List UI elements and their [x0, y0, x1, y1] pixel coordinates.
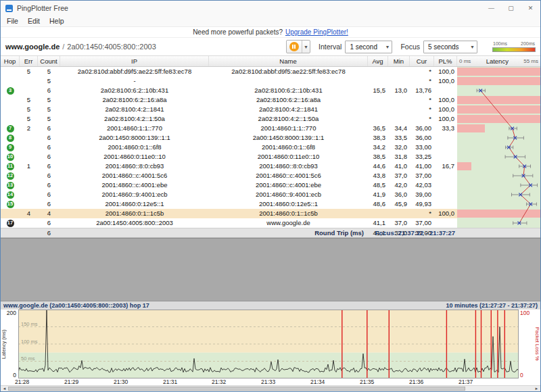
cell-min: 42,0	[388, 180, 410, 190]
timeline-graph[interactable]: 200 0 Latency (ms) 50 ms100 ms150 ms 100…	[1, 310, 540, 378]
hop-cell: 3	[1, 86, 20, 95]
hop-cell	[1, 67, 20, 76]
cell-pl	[434, 180, 457, 190]
hop-row[interactable]: 552a02:8100:6:2::16:a8a2a02:8100:6:2::16…	[1, 95, 540, 105]
hop-row[interactable]: 1462001:4860::9:4001:ecb2001:4860::9:400…	[1, 190, 540, 199]
hop-cell: 7	[1, 124, 20, 133]
packet-loss-bar	[457, 77, 540, 85]
hop-row[interactable]: 442001:4860:0:1::1c5b2001:4860:0:1::1c5b…	[1, 209, 540, 218]
cell-name: 2001:4860:1:1::770	[209, 124, 368, 133]
x-tick-label: 21:33	[261, 378, 275, 385]
hop-row[interactable]: 862a00:1450:8000:139::1:12a00:1450:8000:…	[1, 133, 540, 143]
cell-err	[20, 190, 38, 199]
scrollbar-thumb[interactable]	[8, 387, 465, 391]
x-tick-label: 21:28	[15, 378, 29, 385]
menu-edit[interactable]: Edit	[23, 17, 45, 25]
cell-cur: *	[410, 114, 434, 124]
scroll-right-icon[interactable]: ►	[533, 386, 540, 392]
trace-state-button[interactable]: ▼	[286, 40, 310, 53]
focus-label: Focus	[400, 43, 420, 51]
menu-file[interactable]: File	[2, 17, 23, 25]
cell-err: 1	[20, 162, 38, 171]
timeline-plot[interactable]: 50 ms100 ms150 ms	[18, 310, 519, 378]
packet-loss-bar	[457, 105, 540, 114]
maximize-icon[interactable]: ▢	[501, 1, 521, 16]
hop-row[interactable]: 962001:4860:0:1::6f82001:4860:0:1::6f834…	[1, 143, 540, 152]
menu-help[interactable]: Help	[45, 17, 69, 25]
latency-cell	[457, 76, 540, 86]
timeline-scrollbar[interactable]: ◄ ►	[1, 385, 540, 391]
latency-scale-max: 55 ms	[523, 58, 538, 64]
close-icon[interactable]: ✕	[521, 1, 540, 16]
scroll-left-icon[interactable]: ◄	[1, 386, 8, 392]
hop-row[interactable]: 1562001:4860:0:12e5::12001:4860:0:12e5::…	[1, 199, 540, 209]
cell-name: 2001:4860::9:4001:ecb	[209, 190, 368, 199]
x-tick-label: 21:31	[163, 378, 177, 385]
col-header-cur[interactable]: Cur	[410, 56, 434, 66]
col-header-name[interactable]: Name	[209, 56, 368, 66]
interval-select[interactable]: 1 second ▼	[345, 41, 392, 53]
cell-avg	[368, 105, 388, 114]
cell-min	[388, 67, 410, 76]
col-header-hop[interactable]: Hop	[1, 56, 20, 66]
col-header-count[interactable]: Count	[38, 56, 60, 66]
cell-count: 6	[38, 199, 60, 209]
cell-pl: 100,0	[434, 105, 457, 114]
upgrade-prompt: Need more powerful packets?	[193, 28, 283, 36]
cell-pl	[434, 218, 457, 228]
cell-name: 2001:4860:0:12e5::1	[209, 199, 368, 209]
latency-cell	[457, 133, 540, 143]
cell-min	[388, 105, 410, 114]
hop-badge: 3	[7, 87, 14, 95]
hop-row[interactable]: 552a02:810d:abbf:d9f5:ae22:5ff:fe83:ec78…	[1, 67, 540, 76]
x-tick-label: 21:37	[458, 378, 473, 385]
chevron-down-icon[interactable]: ▼	[302, 41, 310, 53]
cell-cur: 39,00	[410, 190, 434, 199]
col-header-min[interactable]: Min	[388, 56, 410, 66]
summary-count: 6	[38, 228, 60, 237]
cell-err	[20, 86, 38, 95]
hop-cell	[1, 209, 20, 218]
hop-cell: 12	[1, 171, 20, 180]
hop-row[interactable]: 552a02:8100:4:2::1:50a2a02:8100:4:2::1:5…	[1, 114, 540, 124]
hop-cell: 8	[1, 133, 20, 143]
col-header-avg[interactable]: Avg	[368, 56, 388, 66]
loss-axis-title: Packet Loss %	[534, 310, 540, 378]
minimize-icon[interactable]: —	[481, 1, 501, 16]
hop-row[interactable]: 11162001:4860::8:0:cb932001:4860::8:0:cb…	[1, 162, 540, 171]
hop-row[interactable]: 1262001:4860::c:4001:5c62001:4860::c:400…	[1, 171, 540, 180]
hop-row[interactable]: 1762a00:1450:4005:800::2003www.google.de…	[1, 218, 540, 228]
hop-row[interactable]: 1362001:4860::c:4001:ebe2001:4860::c:400…	[1, 180, 540, 190]
cell-min: 37,0	[388, 171, 410, 180]
cell-count: 6	[38, 218, 60, 228]
cell-err	[20, 199, 38, 209]
hop-row[interactable]: 7262001:4860:1:1::7702001:4860:1:1::7703…	[1, 124, 540, 133]
cell-avg: 41,1	[368, 218, 388, 228]
hop-row[interactable]: 1062001:4860:0:11e0::102001:4860:0:11e0:…	[1, 152, 540, 162]
cell-ip: 2a02:8100:6:2::16:a8a	[60, 95, 209, 105]
col-header-err[interactable]: Err	[20, 56, 38, 66]
round-trip-row[interactable]: 6 Round Trip (ms) 41,1 37,0 37,00 Focus:…	[1, 228, 540, 238]
cell-cur: 36,00	[410, 124, 434, 133]
hop-row[interactable]: 552a02:8100:4:2::18412a02:8100:4:2::1841…	[1, 105, 540, 114]
hop-badge: 13	[7, 182, 14, 189]
timeline-range: 10 minutes (21:27:27 - 21:37:27)	[446, 301, 538, 310]
hop-row[interactable]: 362a02:8100:6:2::10b:4312a02:8100:6:2::1…	[1, 86, 540, 95]
window-controls: — ▢ ✕	[481, 1, 540, 16]
upgrade-link[interactable]: Upgrade PingPlotter!	[285, 28, 348, 36]
col-header-pl[interactable]: PL%	[434, 56, 457, 66]
hop-row[interactable]: 5-*100,0	[1, 76, 540, 86]
packet-loss-bar	[457, 124, 485, 132]
cell-cur: 33,25	[410, 152, 434, 162]
cell-ip: 2001:4860:1:1::770	[60, 124, 209, 133]
col-header-latency[interactable]: 0 ms Latency 55 ms	[457, 56, 540, 66]
cell-avg: 44,6	[368, 162, 388, 171]
cell-ip: 2001:4860::c:4001:5c6	[60, 171, 209, 180]
latency-cell	[457, 86, 540, 95]
cell-cur: 37,00	[410, 218, 434, 228]
cell-name: 2001:4860:0:11e0::10	[209, 152, 368, 162]
focus-select[interactable]: 5 seconds ▼	[423, 41, 477, 53]
hop-cell: 9	[1, 143, 20, 152]
chevron-down-icon: ▼	[470, 41, 475, 53]
col-header-ip[interactable]: IP	[60, 56, 209, 66]
